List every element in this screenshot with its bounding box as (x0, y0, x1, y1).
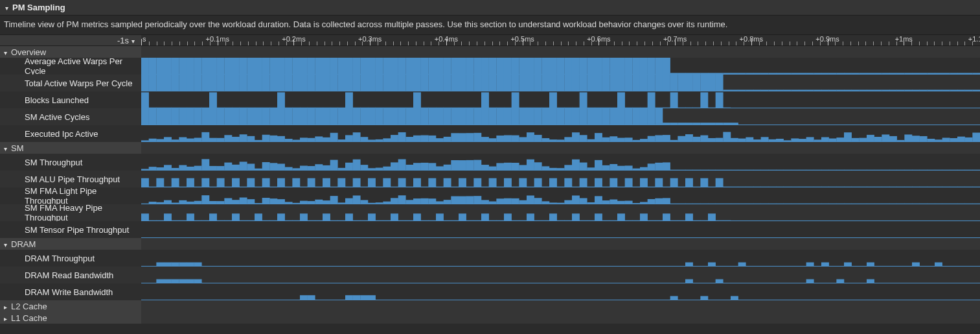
metric-track[interactable] (141, 171, 980, 187)
svg-rect-68 (655, 58, 663, 75)
svg-rect-186 (700, 75, 708, 91)
group-header[interactable]: Overview (0, 46, 980, 58)
svg-rect-133 (300, 75, 308, 91)
svg-rect-34 (398, 58, 406, 75)
svg-rect-123 (224, 75, 232, 91)
group-header[interactable]: L1 Cache (0, 312, 980, 324)
metric-rows: OverviewAverage Active Warps Per CycleTo… (0, 46, 980, 324)
svg-rect-457 (700, 136, 708, 142)
svg-rect-12 (232, 58, 240, 75)
svg-rect-359 (564, 108, 572, 125)
svg-rect-744 (330, 196, 338, 204)
metric-track[interactable] (141, 250, 980, 267)
svg-rect-120 (201, 75, 209, 91)
chevron-down-icon[interactable] (131, 36, 135, 45)
chevron-right-icon[interactable] (4, 313, 7, 323)
svg-rect-454 (678, 136, 685, 142)
metric-track[interactable] (141, 154, 980, 171)
svg-rect-625 (277, 178, 285, 187)
svg-rect-513 (277, 163, 285, 171)
svg-rect-615 (201, 178, 209, 187)
svg-rect-679 (685, 178, 693, 187)
group-header[interactable]: SM (0, 142, 980, 154)
svg-rect-21 (300, 58, 308, 75)
svg-rect-16 (262, 58, 270, 75)
svg-rect-519 (323, 165, 330, 171)
metric-label: SM Tensor Pipe Throughput (25, 225, 129, 235)
chevron-down-icon[interactable] (4, 239, 7, 249)
svg-rect-360 (572, 108, 580, 125)
metric-track[interactable] (141, 187, 980, 204)
group-header[interactable]: L2 Cache (0, 300, 980, 312)
svg-rect-637 (368, 178, 376, 187)
svg-rect-175 (617, 75, 625, 91)
svg-rect-358 (557, 108, 565, 125)
chevron-down-icon[interactable] (4, 143, 7, 153)
svg-rect-117 (179, 75, 187, 91)
metric-track[interactable] (141, 204, 980, 221)
svg-rect-500 (179, 165, 187, 171)
svg-rect-132 (292, 75, 300, 91)
svg-rect-506 (224, 163, 232, 171)
svg-rect-57 (572, 58, 580, 75)
metric-track[interactable] (141, 58, 980, 75)
svg-rect-770 (527, 195, 534, 204)
svg-rect-37 (421, 58, 429, 75)
svg-rect-432 (512, 136, 519, 142)
svg-rect-122 (217, 75, 225, 91)
svg-rect-66 (640, 58, 648, 75)
collapse-section-icon[interactable] (5, 3, 8, 12)
svg-rect-171 (587, 75, 595, 91)
metric-track[interactable] (141, 221, 980, 238)
metric-label: Total Active Warps Per Cycle (25, 78, 132, 88)
metric-track[interactable] (141, 108, 980, 125)
svg-rect-5 (179, 58, 187, 75)
svg-rect-130 (277, 75, 285, 91)
svg-rect-512 (269, 163, 277, 171)
svg-rect-344 (451, 108, 459, 125)
svg-rect-242 (277, 92, 285, 108)
svg-rect-502 (194, 166, 202, 171)
svg-rect-339 (413, 108, 421, 125)
svg-rect-322 (285, 108, 293, 125)
svg-rect-509 (247, 163, 255, 171)
svg-rect-846 (255, 213, 262, 221)
svg-rect-50 (519, 58, 527, 75)
svg-rect-837 (187, 213, 194, 221)
svg-rect-179 (648, 75, 655, 91)
svg-rect-607 (141, 178, 149, 187)
metric-track[interactable] (141, 267, 980, 283)
svg-rect-503 (201, 159, 209, 171)
metric-label: SM ALU Pipe Throughput (25, 174, 120, 184)
section-header[interactable]: PM Sampling (0, 0, 980, 16)
svg-rect-10 (217, 58, 225, 75)
svg-rect-411 (353, 132, 361, 142)
svg-rect-445 (610, 136, 617, 142)
svg-rect-535 (444, 165, 451, 171)
svg-rect-536 (451, 160, 459, 171)
svg-rect-418 (405, 137, 413, 142)
svg-rect-183 (678, 75, 685, 91)
svg-rect-46 (489, 58, 497, 75)
svg-rect-27 (345, 58, 353, 75)
ruler-tick-label: +1.1ms (968, 35, 980, 43)
svg-rect-787 (655, 198, 663, 204)
metric-track[interactable] (141, 283, 980, 300)
svg-rect-639 (383, 178, 391, 187)
group-header[interactable]: DRAM (0, 238, 980, 250)
chevron-down-icon[interactable] (4, 47, 7, 57)
time-ruler[interactable]: s+0.1ms+0.2ms+0.3ms+0.4ms+0.5ms+0.6ms+0.… (141, 35, 980, 45)
svg-rect-134 (308, 75, 315, 91)
svg-rect-43 (466, 58, 474, 75)
metric-track[interactable] (141, 91, 980, 108)
svg-rect-25 (330, 58, 338, 75)
chevron-right-icon[interactable] (4, 302, 7, 311)
svg-rect-144 (383, 75, 391, 91)
svg-rect-543 (504, 163, 512, 171)
metric-track[interactable] (141, 125, 980, 142)
metric-track[interactable] (141, 75, 980, 91)
svg-rect-180 (655, 75, 663, 91)
svg-rect-24 (323, 58, 330, 75)
svg-rect-864 (391, 213, 398, 221)
time-range-selector[interactable]: -1s (0, 35, 141, 45)
